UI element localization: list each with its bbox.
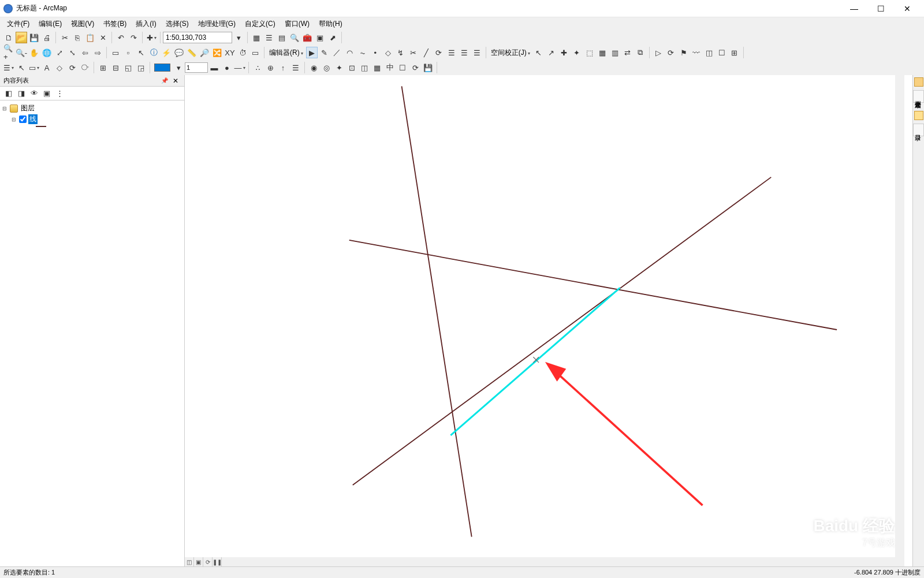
view-link-table-icon[interactable]: ▦ [597,47,608,58]
solve-icon[interactable]: ⊕ [264,62,276,73]
attribute-transfer-icon[interactable]: ⇄ [622,47,634,58]
fixed-zoom-in-icon[interactable]: ⤢ [54,47,65,58]
version-manager-icon[interactable]: ◫ [703,47,715,58]
menu-customize[interactable]: 自定义(C) [240,18,280,30]
layer-label[interactable]: 线 [28,114,38,124]
edit-vertices-icon[interactable]: ◇ [382,47,394,58]
identify-icon[interactable]: ⓘ [148,47,159,58]
toc-tree[interactable]: ⊟ 图层 ⊟ 线 [0,100,184,566]
new-document-icon[interactable]: 🗋 [3,32,14,43]
redo-icon[interactable]: ↷ [128,32,139,43]
map-scale-input[interactable] [163,32,232,43]
cut-polygons-icon[interactable]: ✂ [408,47,419,58]
conflicts-icon[interactable]: ⚑ [678,47,690,58]
trace-icon[interactable]: ⏦ [357,47,368,58]
editor-toolbar-toggle-icon[interactable]: ▦ [251,32,262,43]
create-features-icon[interactable]: ☰ [471,47,483,58]
feature-line-2[interactable] [349,240,837,330]
edit-annotation-icon[interactable]: ✎ [319,47,330,58]
georef-link-table-icon[interactable]: ▦ [371,62,383,73]
edit-tool-icon[interactable]: ▶ [306,47,318,58]
catalog-tab[interactable]: 目录 [913,124,924,136]
georef-tool-3-icon[interactable]: ✦ [333,62,345,73]
feature-line-1[interactable] [402,86,472,536]
list-by-source-icon[interactable]: ◨ [16,88,27,99]
measure-icon[interactable]: 📏 [186,47,198,58]
minimize-button[interactable]: — [841,0,867,17]
directions-icon[interactable]: ↑ [277,62,289,73]
straight-segment-icon[interactable]: ／ [331,47,343,58]
draw-menu-icon[interactable]: ☰ [3,62,14,73]
zoom-in-icon[interactable]: 🔍+ [3,47,14,58]
create-features-tab[interactable]: 创建要素 [913,90,924,103]
copy-icon[interactable]: ⎘ [72,32,83,43]
multi-link-icon[interactable]: ✚ [558,47,570,58]
editor-menu-button[interactable]: 编辑器(R) [267,48,305,58]
full-extent-icon[interactable]: 🌐 [41,47,53,58]
group-elements-icon[interactable]: ⊞ [97,62,109,73]
map-vertical-scrollbar[interactable] [895,75,904,557]
layer-collapse-icon[interactable]: ⊟ [10,117,17,122]
menu-edit[interactable]: 编辑(E) [34,18,66,30]
toc-close-icon[interactable]: ✕ [170,77,181,85]
menu-insert[interactable]: 插入(I) [131,18,161,30]
displacement-link-icon[interactable]: ↗ [546,47,557,58]
data-frame-label[interactable]: 图层 [20,103,36,113]
identity-link-icon[interactable]: ✦ [571,47,583,58]
print-icon[interactable]: 🖨 [41,32,53,43]
time-slider-icon[interactable]: ⏱ [237,47,248,58]
ungroup-icon[interactable]: ⊟ [110,62,121,73]
attributes-icon[interactable]: ☰ [446,47,457,58]
line-width-input[interactable] [185,62,208,73]
clear-selection-icon[interactable]: ▫ [122,47,134,58]
split-tool-icon[interactable]: ╱ [420,47,432,58]
end-point-arc-icon[interactable]: ◠ [344,47,356,58]
rectangle-shape-icon[interactable]: ▭ [28,62,40,73]
create-features-dock-icon[interactable] [914,77,923,87]
data-view-button[interactable]: ◫ [185,557,194,566]
limited-adjust-icon[interactable]: ⬚ [584,47,595,58]
selected-feature-line[interactable] [450,288,620,435]
zoom-out-icon[interactable]: 🔍- [16,47,27,58]
search-window-icon[interactable]: 🔍 [289,32,300,43]
python-window-icon[interactable]: ▣ [314,32,326,43]
georef-tool-5-icon[interactable]: ◫ [359,62,370,73]
na-window-icon[interactable]: ☰ [290,62,301,73]
bring-forward-icon[interactable]: ◱ [122,62,134,73]
select-elements-icon[interactable]: ↖ [16,62,27,73]
delete-icon[interactable]: ✕ [97,32,109,43]
edit-vertices-draw-icon[interactable]: ◇ [54,62,65,73]
refresh-view-button[interactable]: ⟳ [203,557,213,566]
layer-visibility-checkbox[interactable] [19,115,27,123]
arctoolbox-icon[interactable]: 🧰 [301,32,313,43]
menu-windows[interactable]: 窗口(W) [280,18,314,30]
back-extent-icon[interactable]: ⇦ [79,47,91,58]
catalog-dock-icon[interactable] [914,111,923,120]
feature-line-3[interactable] [353,177,771,485]
maximize-button[interactable]: ☐ [867,0,894,17]
find-icon[interactable]: 🔎 [199,47,210,58]
adjust-tool-9-icon[interactable]: ⧉ [635,47,646,58]
root-collapse-icon[interactable]: ⊟ [1,106,8,111]
fill-color-dropdown-icon[interactable]: ▾ [173,62,184,73]
menu-help[interactable]: 帮助(H) [314,18,347,30]
fixed-zoom-out-icon[interactable]: ⤡ [66,47,78,58]
pan-hand-icon[interactable]: ✋ [28,47,40,58]
georef-tool-1-icon[interactable]: ◉ [308,62,319,73]
menu-bookmarks[interactable]: 书签(B) [99,18,131,30]
layer-symbol-swatch[interactable] [36,126,46,127]
model-builder-icon[interactable]: ⬈ [327,32,338,43]
text-tool-icon[interactable]: A [41,62,53,73]
rotate-element-icon[interactable]: ⟳ [66,62,78,73]
toc-pin-icon[interactable]: 📌 [159,77,170,84]
edge-match-icon[interactable]: ▥ [609,47,621,58]
georef-reset-icon[interactable]: ⟳ [409,62,421,73]
georef-save-icon[interactable]: 💾 [422,62,434,73]
menu-selection[interactable]: 选择(S) [161,18,193,30]
save-icon[interactable]: 💾 [28,32,40,43]
hyperlink-icon[interactable]: ⚡ [161,47,172,58]
goto-xy-icon[interactable]: XY [224,47,236,58]
zoom-to-elements-icon[interactable]: ⧂ [79,62,91,73]
map-canvas-svg[interactable] [185,75,912,578]
html-popup-icon[interactable]: 💬 [173,47,185,58]
